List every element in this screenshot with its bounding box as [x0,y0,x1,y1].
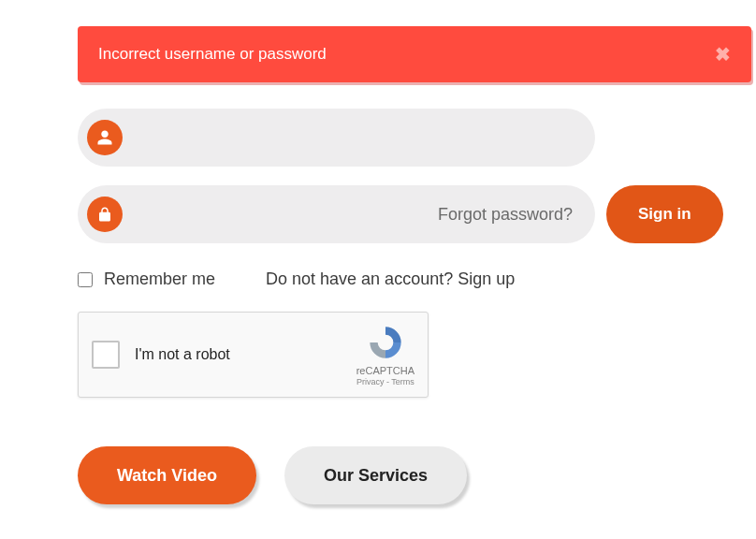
user-icon [87,120,123,155]
recaptcha-brand: reCAPTCHA Privacy - Terms [356,324,414,386]
remember-me-wrap[interactable]: Remember me [78,270,215,289]
username-field-wrap [78,109,595,167]
recaptcha-brand-name: reCAPTCHA [356,365,414,376]
recaptcha-checkbox[interactable] [92,341,120,369]
close-icon[interactable]: ✖ [715,43,731,66]
our-services-button[interactable]: Our Services [284,446,467,504]
password-field-wrap: Forgot password? [78,185,595,243]
remember-checkbox[interactable] [78,272,93,287]
recaptcha-terms[interactable]: Privacy - Terms [356,377,414,386]
recaptcha-widget: I'm not a robot reCAPTCHA Privacy - Term… [78,312,429,398]
error-alert: Incorrect username or password ✖ [78,26,751,82]
lock-icon [87,197,123,232]
username-input[interactable] [123,129,586,146]
watch-video-button[interactable]: Watch Video [78,446,256,504]
recaptcha-icon [367,324,404,361]
remember-label: Remember me [104,270,215,289]
forgot-password-link[interactable]: Forgot password? [438,205,573,225]
recaptcha-label: I'm not a robot [135,346,230,363]
signup-link[interactable]: Do not have an account? Sign up [266,270,515,289]
password-input[interactable] [123,206,438,223]
signin-button[interactable]: Sign in [606,185,723,243]
alert-message: Incorrect username or password [98,45,327,64]
